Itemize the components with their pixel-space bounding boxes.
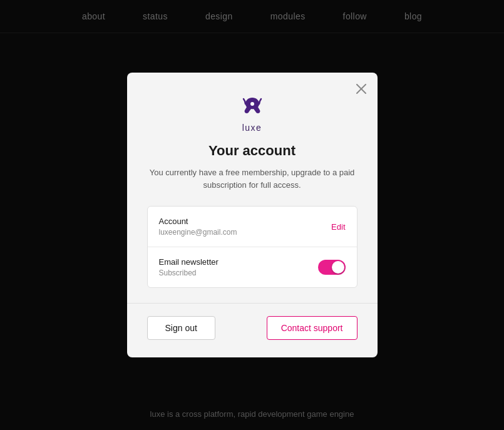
toggle-thumb xyxy=(332,261,344,274)
newsletter-card: Email newsletter Subscribed xyxy=(148,247,357,287)
modal-description: You currently have a free membership, up… xyxy=(147,166,357,191)
newsletter-toggle[interactable] xyxy=(318,260,346,275)
account-email: luxeengine@gmail.com xyxy=(159,228,237,237)
newsletter-status: Subscribed xyxy=(159,269,219,277)
edit-button[interactable]: Edit xyxy=(331,222,345,232)
account-label: Account xyxy=(159,217,237,226)
newsletter-label: Email newsletter xyxy=(159,257,219,267)
modal-title: Your account xyxy=(147,143,357,159)
account-card: Account luxeengine@gmail.com Edit xyxy=(148,207,357,247)
svg-point-2 xyxy=(250,102,254,106)
info-cards: Account luxeengine@gmail.com Edit Email … xyxy=(147,206,357,288)
modal-logo: luxe xyxy=(147,93,357,133)
account-info: Account luxeengine@gmail.com xyxy=(159,217,237,237)
modal-overlay: luxe Your account You currently have a f… xyxy=(0,0,504,430)
luxe-logo-icon xyxy=(239,93,266,120)
newsletter-info: Email newsletter Subscribed xyxy=(159,257,219,277)
modal-divider xyxy=(127,303,378,304)
page-footer: luxe is a cross platform, rapid developm… xyxy=(0,409,504,419)
logo-text: luxe xyxy=(242,123,262,133)
close-icon xyxy=(356,84,366,94)
account-modal: luxe Your account You currently have a f… xyxy=(127,73,378,357)
contact-support-button[interactable]: Contact support xyxy=(267,316,357,340)
close-button[interactable] xyxy=(354,81,369,98)
modal-footer: Sign out Contact support xyxy=(147,316,357,340)
sign-out-button[interactable]: Sign out xyxy=(147,316,215,340)
